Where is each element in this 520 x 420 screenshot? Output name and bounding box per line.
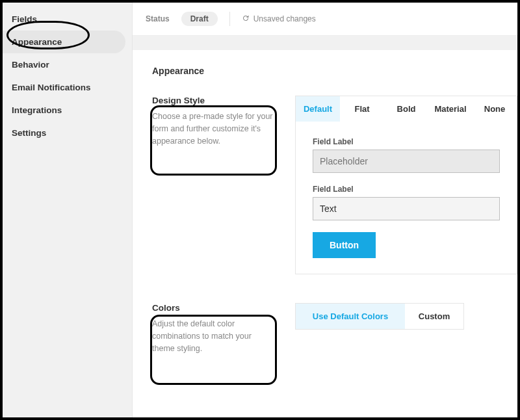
field-label-1: Field Label (313, 137, 500, 146)
unsaved-changes[interactable]: Unsaved changes (242, 14, 316, 24)
tab-flat[interactable]: Flat (340, 96, 384, 122)
preview-button[interactable]: Button (313, 232, 376, 258)
sidebar-item-fields[interactable]: Fields (3, 8, 132, 31)
design-style-body: Default Flat Bold Material None Field La… (295, 96, 517, 274)
sidebar-item-behavior[interactable]: Behavior (3, 53, 132, 76)
colors-row: Colors Adjust the default color combinat… (152, 303, 517, 354)
main-area: Status Draft Unsaved changes Appearance … (133, 3, 517, 417)
sidebar: Fields Appearance Behavior Email Notific… (3, 3, 133, 417)
tab-none[interactable]: None (473, 96, 517, 122)
colors-title: Colors (152, 303, 276, 313)
tab-use-default-colors[interactable]: Use Default Colors (296, 304, 405, 329)
sidebar-item-label: Behavior (12, 60, 49, 70)
status-bar: Status Draft Unsaved changes (133, 3, 517, 36)
sidebar-item-email-notifications[interactable]: Email Notifications (3, 76, 132, 99)
sidebar-item-label: Fields (12, 14, 37, 24)
sidebar-item-label: Settings (12, 128, 46, 138)
sidebar-item-integrations[interactable]: Integrations (3, 99, 132, 122)
content-panel: Appearance Design Style Choose a pre-mad… (133, 50, 517, 417)
unsaved-text: Unsaved changes (254, 14, 316, 23)
colors-desc: Colors Adjust the default color combinat… (152, 303, 276, 354)
separator (229, 12, 230, 26)
status-label: Status (146, 14, 170, 23)
placeholder-input[interactable] (313, 150, 500, 173)
sidebar-item-settings[interactable]: Settings (3, 122, 132, 144)
style-tabs: Default Flat Bold Material None (295, 96, 517, 122)
sidebar-item-label: Appearance (12, 37, 62, 47)
colors-text: Adjust the default color combinations to… (152, 318, 276, 354)
status-value-pill: Draft (181, 12, 218, 26)
design-style-row: Design Style Choose a pre-made style for… (152, 96, 517, 274)
tab-material[interactable]: Material (428, 96, 473, 122)
field-label-2: Field Label (313, 185, 500, 194)
design-style-desc: Design Style Choose a pre-made style for… (152, 96, 276, 274)
refresh-icon (242, 14, 250, 24)
tab-default[interactable]: Default (296, 96, 340, 122)
sidebar-item-appearance[interactable]: Appearance (3, 31, 125, 53)
sidebar-item-label: Integrations (12, 105, 62, 115)
colors-body: Use Default Colors Custom (295, 303, 517, 354)
sidebar-item-label: Email Notifications (12, 83, 91, 92)
page-title: Appearance (152, 66, 517, 76)
style-preview: Field Label Field Label Button (295, 122, 517, 274)
tab-bold[interactable]: Bold (384, 96, 428, 122)
color-tabs: Use Default Colors Custom (295, 303, 464, 330)
design-style-title: Design Style (152, 96, 276, 105)
text-input[interactable] (313, 197, 500, 220)
design-style-text: Choose a pre-made style for your form an… (152, 111, 276, 147)
tab-custom-colors[interactable]: Custom (405, 304, 463, 329)
